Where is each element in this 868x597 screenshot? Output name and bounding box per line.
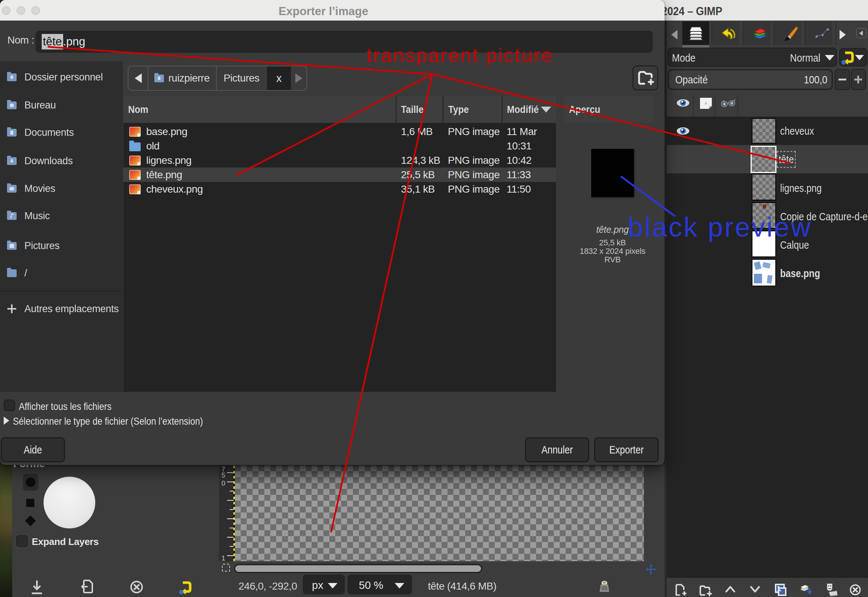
svg-text:black preview: black preview bbox=[628, 212, 812, 242]
svg-text:transparent picture: transparent picture bbox=[366, 44, 554, 66]
